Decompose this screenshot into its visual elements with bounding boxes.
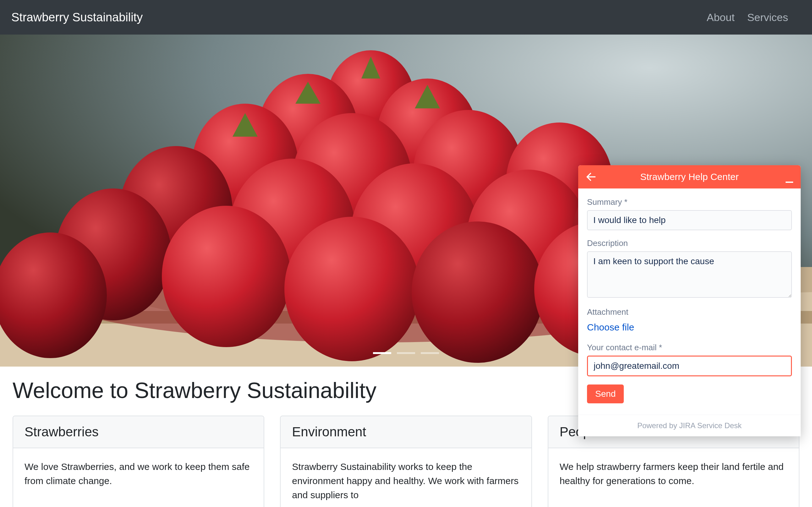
nav-link-about[interactable]: About [707, 11, 735, 23]
email-label: Your contact e-mail * [587, 343, 792, 352]
choose-file-button[interactable]: Choose file [587, 320, 634, 335]
svg-point-18 [162, 206, 291, 347]
carousel-indicator-1[interactable] [373, 352, 391, 354]
carousel-indicators [373, 352, 439, 354]
email-input[interactable] [587, 355, 792, 376]
brand: Strawberry Sustainability [11, 11, 143, 24]
card-body: We love Strawberries, and we work to kee… [13, 448, 264, 499]
attachment-label: Attachment [587, 307, 792, 317]
card-title: Environment [281, 416, 531, 448]
widget-title: Strawberry Help Center [586, 171, 793, 182]
card-body: Strawberry Sustainability works to keep … [281, 448, 531, 507]
card-title: Strawberries [13, 416, 264, 448]
minimize-icon[interactable] [786, 181, 793, 183]
card-environment: Environment Strawberry Sustainability wo… [280, 415, 532, 507]
back-arrow-icon[interactable] [585, 171, 597, 183]
svg-point-20 [412, 221, 544, 363]
card-strawberries: Strawberries We love Strawberries, and w… [12, 415, 264, 507]
widget-footer: Powered by JIRA Service Desk [578, 415, 801, 436]
description-label: Description [587, 238, 792, 248]
summary-label: Summary * [587, 197, 792, 207]
description-input[interactable] [587, 251, 792, 298]
nav-links: About Services [707, 11, 788, 23]
carousel-indicator-2[interactable] [397, 352, 415, 354]
card-body: We help strawberry farmers keep their la… [548, 448, 799, 499]
nav-link-services[interactable]: Services [747, 11, 788, 23]
widget-body: Summary * Description Attachment Choose … [578, 188, 801, 415]
widget-header: Strawberry Help Center [578, 165, 801, 188]
help-widget: Strawberry Help Center Summary * Descrip… [578, 165, 801, 436]
summary-input[interactable] [587, 210, 792, 230]
svg-point-19 [284, 217, 420, 361]
send-button[interactable]: Send [587, 385, 624, 403]
carousel-indicator-3[interactable] [421, 352, 439, 354]
navbar: Strawberry Sustainability About Services [0, 0, 812, 35]
